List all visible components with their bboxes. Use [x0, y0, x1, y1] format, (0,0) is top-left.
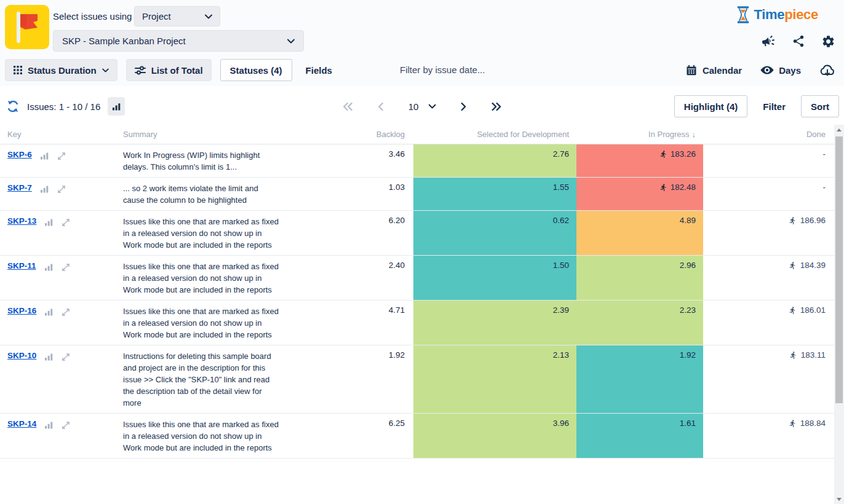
running-person-icon — [659, 150, 667, 159]
chart-view-button[interactable] — [108, 97, 125, 116]
sort-descending-icon: ↓ — [692, 130, 696, 139]
column-header-in-progress[interactable]: In Progress↓ — [576, 130, 703, 139]
issue-chart-icon[interactable] — [40, 152, 49, 160]
issue-chart-icon[interactable] — [44, 218, 54, 226]
scroll-down-arrow[interactable] — [834, 494, 844, 504]
refresh-icon[interactable] — [6, 100, 20, 113]
app-header: Select issues using Project SKP - Sample… — [0, 0, 844, 86]
status-duration-table: Key Summary Backlog Selected for Develop… — [0, 125, 834, 504]
issue-source-select[interactable]: Project — [134, 6, 220, 26]
running-person-icon — [789, 306, 797, 315]
issue-key-link[interactable]: SKP-6 — [7, 150, 32, 159]
previous-page-button[interactable] — [378, 102, 384, 111]
in-progress-value: 2.96 — [680, 261, 696, 270]
in-progress-cell: 183.26 — [576, 144, 703, 177]
in-progress-value: 2.23 — [680, 305, 696, 315]
issue-summary: Issues like this one that are marked as … — [116, 414, 288, 458]
key-cell: SKP-7 — [0, 178, 116, 210]
expand-issue-icon[interactable] — [62, 421, 70, 430]
column-header-backlog[interactable]: Backlog — [290, 130, 413, 139]
vertical-scrollbar[interactable] — [834, 125, 844, 504]
done-value: 186.96 — [800, 216, 826, 225]
last-page-button[interactable] — [491, 102, 501, 111]
settings-gear-icon[interactable] — [821, 34, 835, 49]
selected-value: 1.50 — [553, 261, 569, 270]
backlog-value: 6.25 — [290, 414, 413, 458]
expand-issue-icon[interactable] — [62, 218, 70, 227]
calendar-button[interactable]: Calendar — [685, 64, 742, 76]
table-row: SKP-10 Instructions for deleting this sa… — [0, 345, 834, 414]
page-size-select[interactable]: 10 — [408, 101, 436, 112]
expand-issue-icon[interactable] — [57, 185, 66, 194]
selected-cell: 2.13 — [413, 345, 576, 413]
list-of-total-button[interactable]: List of Total — [126, 59, 212, 81]
scroll-up-arrow[interactable] — [834, 125, 844, 135]
running-person-icon — [789, 419, 797, 428]
selected-cell: 3.96 — [413, 414, 576, 458]
scrollbar-thumb[interactable] — [835, 136, 843, 403]
calendar-label: Calendar — [703, 65, 742, 76]
done-cell: 186.01 — [703, 301, 834, 345]
fields-button[interactable]: Fields — [306, 65, 332, 76]
expand-issue-icon[interactable] — [57, 152, 66, 160]
list-of-total-label: List of Total — [151, 65, 203, 76]
issue-chart-icon[interactable] — [44, 308, 54, 316]
done-cell: - — [703, 178, 834, 210]
table-row: SKP-11 Issues like this one that are mar… — [0, 256, 834, 301]
issue-summary: Issues like this one that are marked as … — [116, 211, 288, 255]
selected-value: 2.13 — [553, 350, 569, 360]
report-type-label: Status Duration — [28, 65, 97, 76]
highlight-button[interactable]: Highlight (4) — [674, 95, 747, 117]
days-unit-button[interactable]: Days — [760, 65, 801, 76]
done-value: 186.01 — [800, 305, 826, 315]
issue-chart-icon[interactable] — [44, 263, 54, 271]
issue-key-link[interactable]: SKP-14 — [7, 419, 36, 428]
in-progress-cell: 4.89 — [576, 211, 703, 255]
chevron-down-icon — [287, 39, 295, 44]
expand-issue-icon[interactable] — [62, 263, 70, 272]
in-progress-cell: 182.48 — [576, 178, 703, 210]
project-select[interactable]: SKP - Sample Kanban Project — [53, 30, 304, 52]
issue-summary: Work In Progress (WIP) limits highlight … — [116, 144, 288, 177]
issue-key-link[interactable]: SKP-16 — [7, 306, 36, 315]
selected-cell: 2.39 — [413, 301, 576, 345]
column-header-done[interactable]: Done — [703, 130, 834, 139]
issue-chart-icon[interactable] — [40, 185, 49, 193]
sort-label: Sort — [811, 101, 829, 112]
done-cell: 183.11 — [703, 345, 834, 413]
issue-date-filter-input[interactable]: Filter by issue date... — [400, 65, 485, 75]
table-header-row: Key Summary Backlog Selected for Develop… — [0, 125, 834, 144]
issue-key-link[interactable]: SKP-13 — [7, 216, 36, 226]
in-progress-cell: 1.92 — [576, 345, 703, 413]
table-body: SKP-6 Work In Progress (WIP) limits high… — [0, 144, 834, 459]
selected-cell: 2.76 — [413, 144, 576, 177]
column-header-summary[interactable]: Summary — [116, 130, 290, 139]
report-type-button[interactable]: Status Duration — [5, 59, 117, 81]
announcements-megaphone-icon[interactable] — [761, 34, 776, 49]
statuses-button[interactable]: Statuses (4) — [220, 59, 292, 81]
in-progress-value: 4.89 — [680, 216, 696, 225]
done-value: - — [823, 183, 826, 192]
issue-key-link[interactable]: SKP-7 — [7, 183, 32, 192]
sort-button[interactable]: Sort — [801, 95, 839, 117]
in-progress-value: 183.26 — [671, 149, 696, 159]
export-cloud-download-icon[interactable] — [819, 63, 835, 77]
key-cell: SKP-14 — [0, 414, 116, 458]
key-cell: SKP-16 — [0, 301, 116, 345]
issue-chart-icon[interactable] — [44, 421, 54, 429]
in-progress-value: 1.61 — [680, 419, 696, 428]
done-cell: 188.84 — [703, 414, 834, 458]
backlog-value: 1.03 — [290, 178, 413, 210]
filter-button[interactable]: Filter — [763, 101, 786, 112]
column-header-key[interactable]: Key — [0, 130, 116, 139]
running-person-icon — [659, 183, 667, 192]
share-icon[interactable] — [792, 34, 805, 48]
first-page-button[interactable] — [343, 102, 353, 111]
next-page-button[interactable] — [460, 102, 466, 111]
expand-issue-icon[interactable] — [62, 308, 70, 317]
expand-issue-icon[interactable] — [62, 353, 70, 361]
issue-key-link[interactable]: SKP-10 — [7, 351, 36, 360]
issue-chart-icon[interactable] — [44, 353, 54, 361]
column-header-selected-for-development[interactable]: Selected for Development — [413, 130, 576, 139]
issue-key-link[interactable]: SKP-11 — [7, 261, 36, 270]
